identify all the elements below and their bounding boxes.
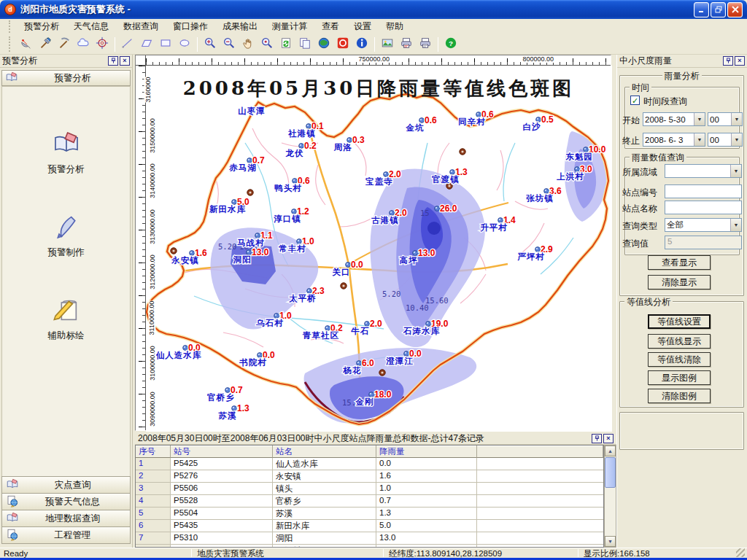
- table-row[interactable]: 4P5528官桥乡0.7: [136, 495, 603, 508]
- print-map-button[interactable]: [398, 36, 415, 52]
- chevron-down-icon[interactable]: ▼: [694, 133, 705, 146]
- table-row[interactable]: 5P5504苏溪1.3: [136, 508, 603, 520]
- minimize-button[interactable]: [694, 2, 709, 18]
- time-range-checkbox[interactable]: ✓: [630, 96, 640, 105]
- scroll-up-icon[interactable]: ▲: [605, 446, 616, 456]
- book-icon: [6, 478, 19, 493]
- end-hour-select[interactable]: 00 ▼: [708, 133, 743, 147]
- map-panel[interactable]: 750000.00800000.00 31600003150000.003140…: [135, 55, 611, 431]
- info-button[interactable]: [353, 36, 371, 52]
- hammer-button[interactable]: [36, 36, 54, 52]
- line-tool-button[interactable]: [119, 36, 136, 52]
- left-item-1[interactable]: 预警分析: [2, 129, 130, 176]
- left-item-2[interactable]: 预警制作: [2, 212, 130, 259]
- table-header-1[interactable]: 序号: [136, 446, 171, 458]
- close-icon[interactable]: ×: [735, 56, 745, 66]
- chevron-down-icon[interactable]: ▼: [694, 113, 705, 125]
- chevron-down-icon[interactable]: ▼: [730, 165, 741, 177]
- start-hour-select[interactable]: 00 ▼: [708, 112, 743, 126]
- chevron-down-icon[interactable]: ▼: [731, 133, 742, 146]
- left-bottom-bar-4[interactable]: 工程管理: [1, 526, 131, 544]
- pin-icon[interactable]: [592, 434, 602, 443]
- table-row[interactable]: 1P5425仙人造水库0.0: [136, 458, 603, 470]
- contour-button-1[interactable]: 等值线设置: [648, 314, 711, 329]
- end-date-select[interactable]: 2008- 6- 3 ▼: [643, 133, 705, 147]
- resize-grip[interactable]: [736, 548, 745, 557]
- close-button[interactable]: [727, 2, 743, 18]
- satellite-dish-button[interactable]: [18, 36, 35, 52]
- contour-button-2[interactable]: 等值线显示: [648, 334, 711, 349]
- chevron-down-icon[interactable]: ▼: [730, 219, 741, 231]
- query-type-select[interactable]: 全部 ▼: [665, 218, 742, 232]
- menu-item-1[interactable]: 预警分析: [17, 20, 66, 33]
- menu-item-7[interactable]: 查看: [314, 20, 347, 33]
- restore-button[interactable]: [711, 2, 726, 18]
- toolbar-separator: [115, 37, 115, 52]
- query-value-input: 5: [665, 236, 742, 249]
- table-cell: 0.0: [376, 458, 477, 470]
- left-bottom-bar-3[interactable]: 地理数据查询: [1, 510, 131, 527]
- svg-text:周洛: 周洛: [333, 143, 353, 152]
- menu-item-3[interactable]: 数据查询: [116, 20, 166, 33]
- pan-button[interactable]: [239, 36, 257, 52]
- pin-icon[interactable]: [108, 56, 118, 66]
- menubar-grip[interactable]: [9, 20, 12, 33]
- pin-icon[interactable]: [723, 56, 733, 66]
- table-row[interactable]: 3P5506镇头1.0: [136, 483, 603, 495]
- close-icon[interactable]: ×: [603, 434, 614, 443]
- menu-item-6[interactable]: 测量计算: [265, 20, 314, 33]
- table-row[interactable]: 6P5435新田水库5.0: [136, 520, 603, 532]
- map-canvas[interactable]: 5.2010.40155.2015.6010.4015.6 山枣潭0.1社港镇0…: [146, 66, 612, 432]
- left-panel-header[interactable]: 预警分析: [1, 70, 131, 86]
- view-display-button[interactable]: 查看显示: [648, 255, 711, 270]
- titlebar[interactable]: d 浏阳市地质灾害预警系统 -: [0, 0, 747, 19]
- copy-button[interactable]: [296, 36, 314, 52]
- polygon-tool-button[interactable]: [138, 36, 155, 52]
- station-id-input[interactable]: [665, 184, 742, 198]
- scrollbar-thumb[interactable]: [605, 457, 616, 488]
- contour-button-4[interactable]: 显示图例: [648, 370, 711, 385]
- menu-item-8[interactable]: 设置: [347, 20, 379, 33]
- svg-text:5.20: 5.20: [382, 289, 400, 298]
- table-scrollbar[interactable]: ▲ ▼: [604, 445, 616, 548]
- image-button[interactable]: [379, 36, 396, 52]
- menu-item-5[interactable]: 成果输出: [215, 20, 265, 33]
- refresh-button[interactable]: [277, 36, 295, 52]
- table-row[interactable]: 7P5310洞阳13.0: [136, 532, 603, 545]
- menu-item-2[interactable]: 天气信息: [66, 20, 116, 33]
- menu-item-9[interactable]: 帮助: [379, 20, 411, 33]
- table-row[interactable]: 2P5276永安镇1.6: [136, 470, 603, 483]
- menu-item-4[interactable]: 窗口操作: [166, 20, 215, 33]
- table-header-2[interactable]: 站号: [171, 446, 273, 458]
- table-header-3[interactable]: 站名: [273, 446, 376, 458]
- stop-button[interactable]: [334, 36, 352, 52]
- station-name-input[interactable]: [665, 201, 742, 214]
- table-cell: P5276: [171, 470, 273, 483]
- start-date-select[interactable]: 2008- 5-30 ▼: [643, 112, 705, 126]
- left-item-3[interactable]: 辅助标绘: [2, 295, 130, 342]
- table-header-4[interactable]: 降雨量: [376, 446, 477, 458]
- rainfall-table[interactable]: 序号站号站名降雨量1P5425仙人造水库0.02P5276永安镇1.63P550…: [135, 445, 604, 548]
- clear-display-button[interactable]: 清除显示: [648, 275, 711, 289]
- toolbar-grip[interactable]: [9, 36, 12, 52]
- empty-group: [619, 412, 744, 450]
- basin-select[interactable]: ▼: [665, 164, 742, 178]
- globe-button[interactable]: [315, 36, 333, 52]
- help-button[interactable]: ?: [442, 36, 460, 52]
- zoom-center-button[interactable]: [258, 36, 276, 52]
- zoom-out-button[interactable]: [220, 36, 238, 52]
- pick-button[interactable]: [55, 36, 73, 52]
- contour-button-5[interactable]: 清除图例: [648, 389, 711, 403]
- close-icon[interactable]: ×: [120, 56, 130, 66]
- cloud-button[interactable]: [74, 36, 92, 52]
- target-button[interactable]: [93, 36, 111, 52]
- contour-button-3[interactable]: 等值线清除: [648, 352, 711, 367]
- left-bottom-bar-2[interactable]: 预警天气信息: [1, 493, 131, 510]
- zoom-in-button[interactable]: [201, 36, 219, 52]
- scroll-down-icon[interactable]: ▼: [605, 536, 616, 547]
- print-button[interactable]: [417, 36, 434, 52]
- rectangle-tool-button[interactable]: [157, 36, 174, 52]
- left-bottom-bar-1[interactable]: 灾点查询: [1, 476, 131, 494]
- ellipse-tool-button[interactable]: [176, 36, 193, 52]
- chevron-down-icon[interactable]: ▼: [731, 113, 742, 125]
